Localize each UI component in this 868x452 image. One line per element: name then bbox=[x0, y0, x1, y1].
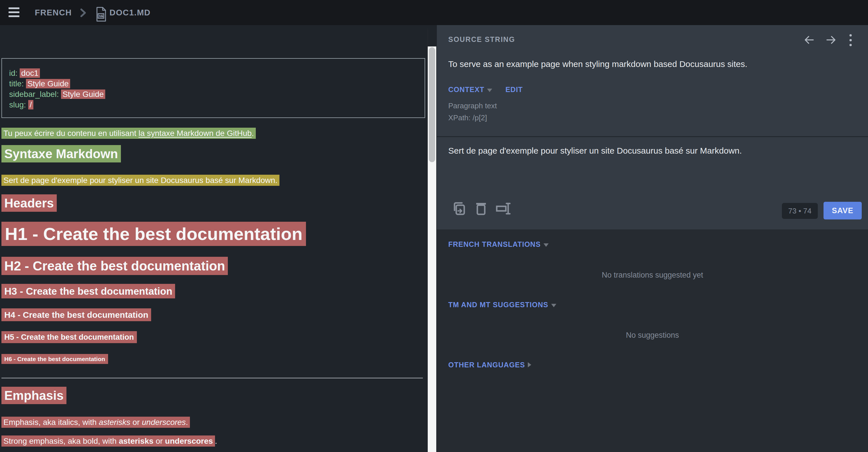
char-counter: 73 • 74 bbox=[782, 203, 818, 219]
paragraph-emphasis[interactable]: Emphasis, aka italics, with asterisks or… bbox=[1, 416, 190, 429]
hamburger-icon[interactable] bbox=[8, 7, 20, 17]
trash-icon[interactable] bbox=[473, 201, 489, 217]
heading-syntaxe-markdown[interactable]: Syntaxe Markdown bbox=[1, 147, 121, 161]
editor-toolbar: 73 • 74 SAVE bbox=[437, 197, 868, 229]
tm-empty-text: No suggestions bbox=[437, 331, 868, 340]
chevron-down-icon bbox=[487, 89, 492, 92]
section-tm-mt-suggestions[interactable]: TM AND MT SUGGESTIONS bbox=[448, 301, 556, 309]
text-cursor-icon[interactable] bbox=[495, 201, 512, 217]
heading-h2[interactable]: H2 - Create the best documentation bbox=[1, 258, 228, 273]
heading-h6[interactable]: H6 - Create the best documentation bbox=[1, 356, 108, 362]
heading-h3[interactable]: H3 - Create the best documentation bbox=[1, 286, 175, 297]
frontmatter-value-string[interactable]: Style Guide bbox=[61, 90, 105, 99]
frontmatter-line[interactable]: title: Style Guide bbox=[9, 78, 425, 89]
arrow-left-icon[interactable] bbox=[803, 34, 815, 46]
context-toggle[interactable]: CONTEXT bbox=[448, 86, 484, 94]
strong-period: . bbox=[215, 437, 217, 446]
paragraph-selected-string[interactable]: Sert de page d'exemple pour styliser un … bbox=[1, 174, 279, 187]
emphasis-text: Emphasis, aka italics, with bbox=[3, 418, 99, 427]
emphasis-text: or bbox=[130, 418, 142, 427]
source-string-text: To serve as an example page when styling… bbox=[448, 59, 842, 69]
context-xpath: XPath: /p[2] bbox=[448, 114, 487, 122]
document-scrollbar[interactable] bbox=[428, 46, 436, 452]
emphasis-italic: asterisks bbox=[99, 418, 130, 427]
frontmatter-line[interactable]: slug: / bbox=[9, 99, 425, 110]
chevron-right-icon bbox=[79, 8, 87, 18]
copy-icon[interactable] bbox=[451, 201, 466, 217]
section-other-languages[interactable]: OTHER LANGUAGES bbox=[448, 361, 531, 369]
strong-bold: asterisks bbox=[119, 437, 153, 446]
breadcrumb-file[interactable]: DOC1.MD bbox=[110, 8, 151, 18]
app: FRENCH M DOC1.MD bbox=[0, 0, 868, 452]
context-type: Paragraph text bbox=[448, 101, 497, 110]
edit-context-button[interactable]: EDIT bbox=[505, 86, 523, 94]
horizontal-rule bbox=[1, 378, 423, 379]
chevron-right-icon bbox=[528, 362, 531, 367]
translation-input[interactable]: Sert de page d'exemple pour styliser un … bbox=[448, 146, 847, 156]
emphasis-italic: underscores bbox=[142, 418, 186, 427]
frontmatter-line[interactable]: sidebar_label: Style Guide bbox=[9, 89, 425, 99]
frontmatter-value-string[interactable]: Style Guide bbox=[26, 79, 70, 88]
chevron-down-icon bbox=[544, 244, 549, 247]
save-button[interactable]: SAVE bbox=[824, 202, 862, 220]
translations-empty-text: No translations suggested yet bbox=[437, 271, 868, 280]
intro-text: Tu peux écrire du contenu en utilisant bbox=[3, 129, 138, 138]
chevron-down-icon bbox=[551, 304, 556, 307]
section-french-translations[interactable]: FRENCH TRANSLATIONS bbox=[448, 240, 549, 249]
intro-link[interactable]: la syntaxe Markdown de GitHub bbox=[138, 129, 252, 138]
frontmatter-key: id: bbox=[9, 69, 18, 77]
intro-period: . bbox=[252, 129, 254, 138]
svg-text:M: M bbox=[99, 14, 102, 18]
arrow-right-icon[interactable] bbox=[825, 34, 837, 46]
strong-text: Strong emphasis, aka bold, with bbox=[3, 437, 119, 446]
context-row: CONTEXT EDIT bbox=[448, 86, 523, 94]
frontmatter-value-string[interactable]: doc1 bbox=[20, 68, 40, 78]
source-string-panel: SOURCE STRING To serve as an example pag… bbox=[437, 25, 868, 229]
heading-h5[interactable]: H5 - Create the best documentation bbox=[1, 333, 137, 342]
suggestions-panel: FRENCH TRANSLATIONS No translations sugg… bbox=[437, 229, 868, 452]
paragraph-strong-emphasis[interactable]: Strong emphasis, aka bold, with asterisk… bbox=[1, 435, 217, 447]
frontmatter-key: sidebar_label: bbox=[9, 90, 59, 99]
heading-headers[interactable]: Headers bbox=[1, 196, 57, 210]
emphasis-text: . bbox=[186, 418, 188, 427]
frontmatter-line[interactable]: id: doc1 bbox=[9, 68, 425, 78]
top-bar: FRENCH M DOC1.MD bbox=[0, 0, 868, 25]
panel-title: SOURCE STRING bbox=[448, 35, 515, 43]
strong-bold: underscores bbox=[165, 437, 213, 446]
heading-h4[interactable]: H4 - Create the best documentation bbox=[1, 310, 151, 320]
paragraph-intro[interactable]: Tu peux écrire du contenu en utilisant l… bbox=[1, 127, 256, 140]
frontmatter-value-string[interactable]: / bbox=[28, 100, 33, 109]
kebab-menu-icon[interactable] bbox=[849, 34, 852, 47]
heading-h1[interactable]: H1 - Create the best documentation bbox=[1, 224, 306, 244]
frontmatter-key: slug: bbox=[9, 100, 26, 109]
frontmatter-block: id: doc1 title: Style Guide sidebar_labe… bbox=[1, 58, 425, 118]
frontmatter-key: title: bbox=[9, 79, 24, 88]
editor-divider bbox=[437, 136, 868, 137]
markdown-file-icon: M bbox=[95, 7, 106, 22]
document-preview: id: doc1 title: Style Guide sidebar_labe… bbox=[0, 25, 427, 452]
heading-emphasis[interactable]: Emphasis bbox=[1, 388, 66, 403]
breadcrumb-project[interactable]: FRENCH bbox=[35, 8, 72, 18]
strong-text: or bbox=[153, 437, 165, 446]
scrollbar-thumb[interactable] bbox=[429, 47, 435, 162]
